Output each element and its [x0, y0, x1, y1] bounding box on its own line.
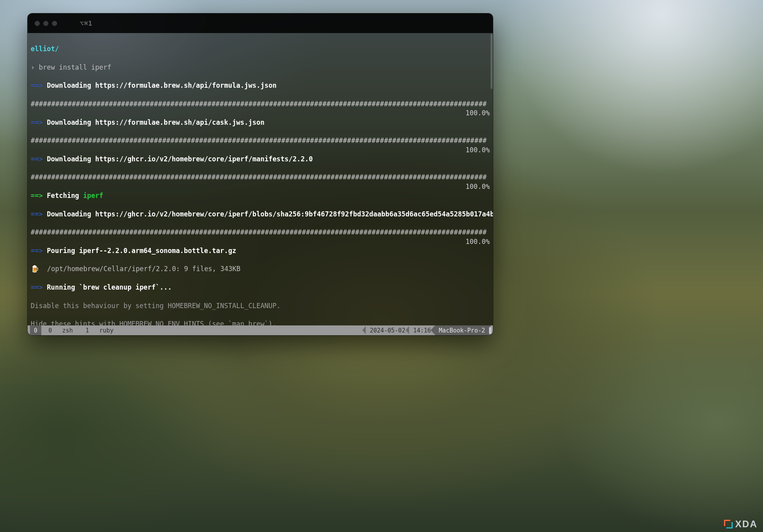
xda-watermark: XDA [724, 519, 757, 530]
progress-bar: ########################################… [31, 228, 487, 236]
tmux-statusbar: 0 0 zsh 1 ruby 2024-05-02 14:16 MacBook-… [28, 325, 493, 335]
progress-percent: 100.0% [466, 146, 490, 155]
arrow-icon: ==> [31, 81, 43, 89]
download-url: https://formulae.brew.sh/api/formula.jws… [95, 81, 277, 89]
install-summary: /opt/homebrew/Cellar/iperf/2.2.0: 9 file… [39, 265, 241, 273]
arrow-icon: ==> [31, 210, 43, 218]
action-label: Downloading [47, 210, 95, 218]
progress-percent: 100.0% [466, 109, 490, 118]
tab-indicator: ⌥⌘1 [80, 20, 93, 27]
arrow-icon: ==> [31, 118, 43, 126]
pane-index[interactable]: 1 [77, 325, 93, 335]
arrow-icon: ==> [31, 155, 43, 163]
statusbar-scrub[interactable] [489, 327, 491, 334]
action-label: Pouring [47, 247, 79, 255]
package-name: iperf [83, 192, 103, 200]
hint-text: Disable this behaviour by setting HOMEBR… [31, 302, 281, 310]
shell-name[interactable]: zsh [56, 325, 77, 335]
status-host: MacBook-Pro-2 [435, 325, 491, 335]
action-label: Downloading [47, 81, 95, 89]
statusbar-right: 2024-05-02 14:16 MacBook-Pro-2 [366, 325, 491, 335]
arrow-icon: ==> [31, 247, 43, 255]
progress-percent: 100.0% [466, 237, 490, 246]
prompt-path: elliot/ [31, 45, 59, 53]
session-index[interactable]: 0 [30, 325, 41, 335]
window-titlebar[interactable]: ⌥⌘1 [28, 13, 493, 33]
process-name[interactable]: ruby [93, 325, 117, 335]
hint-text: Hide these hints with HOMEBREW_NO_ENV_HI… [31, 320, 276, 325]
bottle-file: iperf--2.2.0.arm64_sonoma.bottle.tar.gz [79, 247, 236, 255]
scrollbar[interactable] [491, 34, 493, 89]
window-traffic-lights [35, 21, 57, 26]
close-icon[interactable] [35, 21, 40, 26]
minimize-icon[interactable] [43, 21, 48, 26]
action-label: Fetching [47, 192, 83, 200]
cleanup-cmd: `brew cleanup iperf`... [79, 283, 172, 291]
action-label: Downloading [47, 155, 95, 163]
progress-bar: ########################################… [31, 173, 487, 181]
beer-icon: 🍺 [31, 265, 39, 273]
xda-watermark-text: XDA [735, 519, 757, 530]
download-url: https://ghcr.io/v2/homebrew/core/iperf/b… [95, 210, 493, 218]
zoom-icon[interactable] [52, 21, 57, 26]
arrow-icon: ==> [31, 192, 43, 200]
download-url: https://ghcr.io/v2/homebrew/core/iperf/m… [95, 155, 313, 163]
progress-bar: ########################################… [31, 100, 487, 108]
download-url: https://formulae.brew.sh/api/cask.jws.js… [95, 118, 265, 126]
terminal-window: ⌥⌘1 elliot/ › brew install iperf ==> Dow… [28, 13, 493, 335]
status-date: 2024-05-02 [366, 325, 409, 335]
progress-percent: 100.0% [466, 182, 490, 191]
arrow-icon: ==> [31, 283, 43, 291]
prompt-caret: › [31, 63, 35, 71]
action-label: Running [47, 283, 79, 291]
window-index[interactable]: 0 [41, 325, 56, 335]
statusbar-left: 0 0 zsh 1 ruby [30, 325, 117, 335]
xda-logo-icon [724, 520, 733, 528]
terminal-body[interactable]: elliot/ › brew install iperf ==> Downloa… [28, 33, 493, 325]
entered-command: brew install iperf [39, 63, 111, 71]
progress-bar: ########################################… [31, 137, 487, 144]
action-label: Downloading [47, 118, 95, 126]
